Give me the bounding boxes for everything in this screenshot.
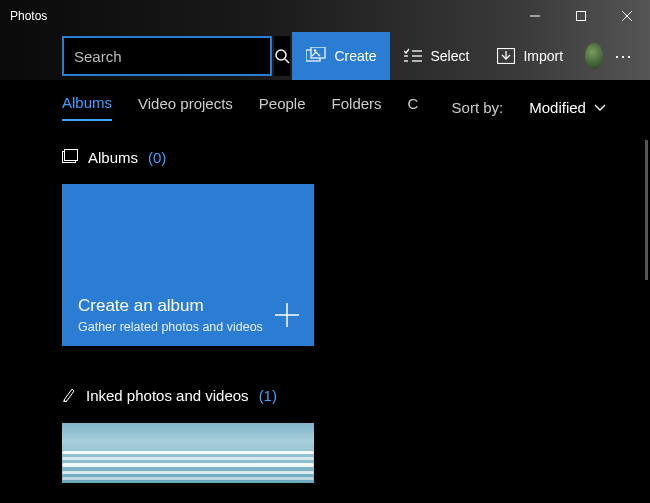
import-label: Import (523, 48, 563, 64)
svg-line-5 (285, 59, 289, 63)
svg-rect-1 (577, 12, 586, 21)
chevron-down-icon (594, 104, 606, 112)
import-button[interactable]: Import (483, 32, 577, 80)
pen-icon (62, 386, 76, 405)
svg-point-4 (276, 50, 286, 60)
search-input[interactable] (64, 48, 274, 65)
tab-video-projects[interactable]: Video projects (138, 95, 233, 120)
sort-label: Sort by: (452, 99, 504, 116)
window-title: Photos (10, 9, 47, 23)
inked-section-header: Inked photos and videos (1) (62, 386, 650, 405)
tab-overflow[interactable]: C (408, 95, 418, 120)
select-button[interactable]: Select (390, 32, 483, 80)
minimize-button[interactable] (512, 0, 558, 32)
tab-albums[interactable]: Albums (62, 94, 112, 121)
toolbar: Create Select Import ⋯ (0, 32, 650, 80)
user-avatar[interactable] (585, 43, 603, 69)
albums-icon (62, 149, 78, 166)
sort-dropdown[interactable]: Modified (529, 99, 606, 116)
albums-label: Albums (88, 149, 138, 166)
inked-count: (1) (259, 387, 277, 404)
create-album-tile[interactable]: Create an album Gather related photos an… (62, 184, 314, 346)
plus-icon (274, 302, 300, 332)
scrollbar[interactable] (645, 140, 648, 280)
inked-thumbnail[interactable] (62, 423, 314, 483)
create-label: Create (334, 48, 376, 64)
import-icon (497, 48, 515, 64)
albums-section-header: Albums (0) (62, 149, 650, 166)
titlebar: Photos (0, 0, 650, 32)
search-field[interactable] (62, 36, 272, 76)
create-album-subtitle: Gather related photos and videos (78, 320, 298, 334)
more-button[interactable]: ⋯ (611, 45, 638, 67)
close-button[interactable] (604, 0, 650, 32)
sort-value: Modified (529, 99, 586, 116)
search-icon[interactable] (274, 36, 290, 76)
select-icon (404, 48, 422, 64)
create-icon (306, 47, 326, 65)
create-album-title: Create an album (78, 296, 298, 316)
svg-rect-7 (311, 47, 325, 58)
tab-folders[interactable]: Folders (332, 95, 382, 120)
maximize-button[interactable] (558, 0, 604, 32)
content-area: Albums (0) Create an album Gather relate… (0, 121, 650, 503)
tab-people[interactable]: People (259, 95, 306, 120)
inked-label: Inked photos and videos (86, 387, 249, 404)
svg-rect-17 (65, 150, 78, 161)
albums-count: (0) (148, 149, 166, 166)
create-button[interactable]: Create (292, 32, 390, 80)
tabs: Albums Video projects People Folders C S… (0, 80, 650, 121)
select-label: Select (430, 48, 469, 64)
